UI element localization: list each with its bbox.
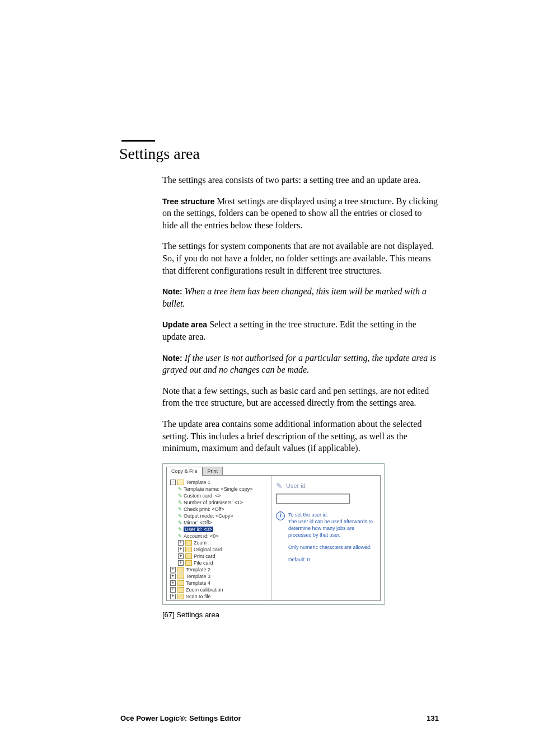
folder-icon (185, 547, 192, 552)
pencil-icon: ✎ (178, 500, 182, 505)
tree-leaf-mirror[interactable]: ✎Mirror: <Off> (178, 519, 269, 526)
tree-label: Output mode: <Copy> (184, 513, 233, 519)
tree-label: Mirror: <Off> (184, 520, 212, 525)
expand-collapse-icon[interactable]: + (170, 594, 176, 599)
info-line-1: To set the user id. (288, 512, 328, 518)
update-area-runin: Update area (162, 320, 207, 329)
pencil-icon: ✎ (178, 533, 182, 539)
folder-icon (177, 587, 184, 593)
expand-collapse-icon[interactable]: + (170, 567, 176, 572)
tree-node-file-card[interactable]: +File card (178, 560, 269, 566)
expand-collapse-icon[interactable]: + (178, 560, 184, 566)
tree-label: Account id: <0> (184, 533, 219, 539)
expand-collapse-icon[interactable]: + (178, 540, 184, 546)
info-line-3: Only numeric characters are allowed. (288, 544, 376, 551)
tree-label: Print card (194, 553, 216, 559)
tree-node-zoom-cal[interactable]: +Zoom calibration (170, 586, 269, 593)
tree-label: Template name: <Single copy> (184, 486, 253, 492)
expand-collapse-icon[interactable]: + (170, 580, 176, 586)
folder-icon (177, 574, 184, 579)
tab-copy-file[interactable]: Copy & File (166, 467, 203, 476)
folder-icon (177, 580, 184, 586)
updatearea-desc-paragraph: The update area contains some additional… (162, 418, 439, 454)
tree-node-zoom[interactable]: +Zoom (178, 539, 269, 546)
basiccard-paragraph: Note that a few settings, such as basic … (162, 385, 439, 409)
expand-collapse-icon[interactable]: + (178, 553, 184, 559)
tree-leaf-account-id[interactable]: ✎Account id: <0> (178, 533, 269, 539)
info-icon: i (276, 511, 285, 520)
tree-node-template3[interactable]: +Template 3 (170, 573, 269, 580)
pencil-icon: ✎ (178, 527, 182, 532)
pencil-icon: ✎ (178, 493, 182, 499)
tree-label: Zoom (194, 540, 207, 546)
figure-caption: [67] Settings area (162, 611, 439, 619)
tree-node-template1[interactable]: −Template 1 ✎Template name: <Single copy… (170, 479, 269, 566)
tree-label: Template 1 (186, 480, 210, 485)
expand-collapse-icon[interactable]: + (178, 547, 184, 552)
footer-left: Océ Power Logic®: Settings Editor (120, 714, 241, 722)
pencil-icon: ✎ (276, 481, 283, 490)
note-text-2: If the user is not authorised for a part… (162, 353, 436, 375)
tree-label: Template 2 (186, 567, 210, 572)
page-title: Settings area (119, 145, 439, 163)
tree-leaf-user-id[interactable]: ✎User id: <0> (178, 526, 269, 533)
update-help-text: To set the user id. The user id can be u… (288, 511, 376, 569)
tree-label: Number of prints/sets: <1> (184, 500, 243, 505)
pencil-icon: ✎ (178, 513, 182, 519)
user-id-input[interactable] (276, 494, 350, 504)
tree-node-print-card[interactable]: +Print card (178, 553, 269, 560)
note-label-2: Note: (162, 354, 182, 363)
tree-node-scan-to-file[interactable]: +Scan to file (170, 593, 269, 600)
pencil-icon: ✎ (178, 520, 182, 525)
info-line-2: The user id can be used afterwards to de… (288, 519, 373, 538)
heading-rule (121, 140, 155, 142)
info-line-4: Default: 0 (288, 556, 376, 563)
expand-collapse-icon[interactable]: + (170, 574, 176, 579)
tab-bar: Copy & File Print (166, 466, 223, 476)
note-text-1: When a tree item has been changed, this … (162, 287, 427, 308)
folder-icon (185, 553, 192, 559)
tree-structure-paragraph: Tree structure Most settings are display… (162, 195, 439, 232)
pencil-icon: ✎ (178, 486, 182, 492)
tree-leaf-output-mode[interactable]: ✎Output mode: <Copy> (178, 513, 269, 519)
update-title-text: User id (286, 482, 306, 489)
update-area-paragraph: Update area Select a setting in the tree… (162, 318, 439, 342)
tree-leaf-num-prints[interactable]: ✎Number of prints/sets: <1> (178, 499, 269, 506)
tree-structure-runin: Tree structure (162, 197, 214, 206)
folder-open-icon (177, 480, 184, 485)
tree-label: File card (194, 560, 213, 566)
tree-label-selected: User id: <0> (184, 527, 213, 532)
update-pane: ✎ User id i To set the user id. The user… (271, 476, 380, 600)
tree-node-original-card[interactable]: +Original card (178, 546, 269, 553)
note-1: Note: When a tree item has been changed,… (162, 285, 439, 309)
pencil-icon: ✎ (178, 506, 182, 512)
settings-area-screenshot: Copy & File Print −Template 1 ✎Template … (162, 463, 385, 605)
folder-icon (185, 560, 192, 566)
update-title: ✎ User id (276, 481, 376, 490)
tree-label: Zoom calibration (186, 587, 223, 593)
tree-label: Custom card: <> (184, 493, 221, 499)
tree-pane: −Template 1 ✎Template name: <Single copy… (167, 476, 271, 600)
availability-paragraph: The settings for system components that … (162, 240, 439, 276)
tree-label: Scan to file (186, 594, 211, 599)
note-label-1: Note: (162, 287, 182, 296)
tree-label: Template 4 (186, 580, 210, 586)
tree-label: Check print: <Off> (184, 506, 224, 512)
tree-label: Original card (194, 547, 222, 552)
expand-collapse-icon[interactable]: − (170, 480, 176, 485)
folder-icon (177, 594, 184, 599)
folder-icon (185, 540, 192, 546)
page-number: 131 (427, 714, 439, 722)
expand-collapse-icon[interactable]: + (170, 587, 176, 593)
intro-paragraph: The settings area consists of two parts:… (162, 174, 439, 186)
tree-leaf-template-name[interactable]: ✎Template name: <Single copy> (178, 486, 269, 492)
folder-icon (177, 567, 184, 572)
tree-node-template4[interactable]: +Template 4 (170, 580, 269, 586)
tree-leaf-custom-card[interactable]: ✎Custom card: <> (178, 492, 269, 499)
tree-label: Template 3 (186, 574, 210, 579)
note-2: Note: If the user is not authorised for … (162, 352, 439, 376)
tree-node-template2[interactable]: +Template 2 (170, 566, 269, 573)
tree-leaf-check-print[interactable]: ✎Check print: <Off> (178, 506, 269, 513)
